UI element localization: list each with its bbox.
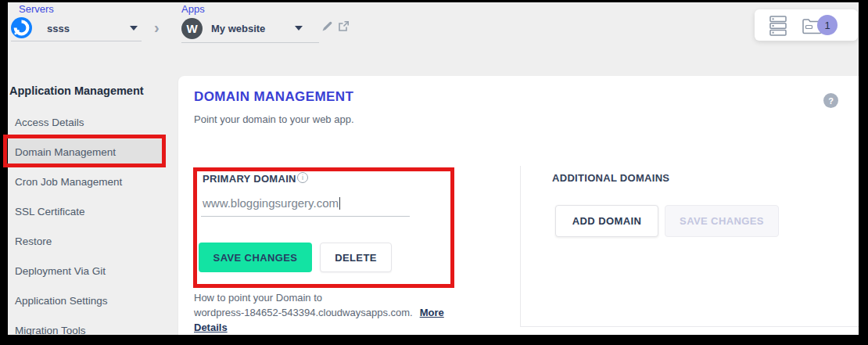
page-title: DOMAIN MANAGEMENT <box>194 89 353 105</box>
sidebar-item-deployment-via-git[interactable]: Deployment Via Git <box>8 258 164 284</box>
chevron-right-icon: › <box>154 19 160 37</box>
question-mark-icon[interactable]: ? <box>823 93 838 108</box>
chevron-down-icon[interactable] <box>130 26 138 31</box>
page-subtitle: Point your domain to your web app. <box>194 113 354 125</box>
frame-border-top <box>0 0 868 2</box>
save-changes-button[interactable]: SAVE CHANGES <box>199 243 312 272</box>
sidebar-item-domain-management[interactable]: Domain Management <box>8 139 164 165</box>
note-line1: How to point your Domain to <box>194 290 468 305</box>
frame-border-right <box>859 0 868 345</box>
sidebar-item-application-settings[interactable]: Application Settings <box>8 288 164 314</box>
sidebar-item-access-details[interactable]: Access Details <box>8 110 164 135</box>
primary-domain-label: PRIMARY DOMAIN <box>203 173 296 185</box>
apps-label: Apps <box>181 3 205 15</box>
server-rack-icon[interactable] <box>769 16 787 36</box>
primary-domain-value: www.bloggingsurgery.com <box>203 196 340 210</box>
section-divider-vertical <box>520 166 521 326</box>
app-selector-underline <box>181 42 319 43</box>
section-divider-horizontal <box>520 326 859 327</box>
chevron-down-icon[interactable] <box>295 26 303 31</box>
primary-domain-input[interactable]: www.bloggingsurgery.com <box>201 194 410 217</box>
additional-domains-label: ADDITIONAL DOMAINS <box>552 172 669 184</box>
info-icon[interactable]: i <box>297 172 308 183</box>
sidebar-item-cron-job-management[interactable]: Cron Job Management <box>8 169 164 195</box>
add-domain-button[interactable]: ADD DOMAIN <box>555 205 658 237</box>
external-link-icon[interactable] <box>338 20 350 32</box>
digitalocean-icon <box>11 17 32 38</box>
project-count-badge[interactable]: 1 <box>817 15 838 35</box>
delete-button[interactable]: DELETE <box>320 243 392 272</box>
wordpress-icon: W <box>181 18 203 39</box>
app-selector[interactable]: My website <box>211 23 265 34</box>
servers-label: Servers <box>19 3 54 15</box>
domain-pointing-note: How to point your Domain to wordpress-18… <box>194 290 468 335</box>
sidebar-section-header: Application Management <box>9 84 144 97</box>
pencil-icon[interactable] <box>321 20 333 32</box>
sidebar-item-ssl-certificate[interactable]: SSL Certificate <box>8 199 164 225</box>
frame-border-bottom <box>0 335 868 345</box>
sidebar-item-restore[interactable]: Restore <box>8 228 164 254</box>
server-selector[interactable]: ssss <box>47 23 70 34</box>
app-window: Servers ssss › Apps W My website <box>0 0 868 345</box>
note-line2: wordpress-184652-543394.cloudwaysapps.co… <box>194 307 413 318</box>
server-selector-underline <box>11 41 142 41</box>
save-changes-disabled-button[interactable]: SAVE CHANGES <box>665 205 779 237</box>
frame-border-left <box>0 0 8 345</box>
